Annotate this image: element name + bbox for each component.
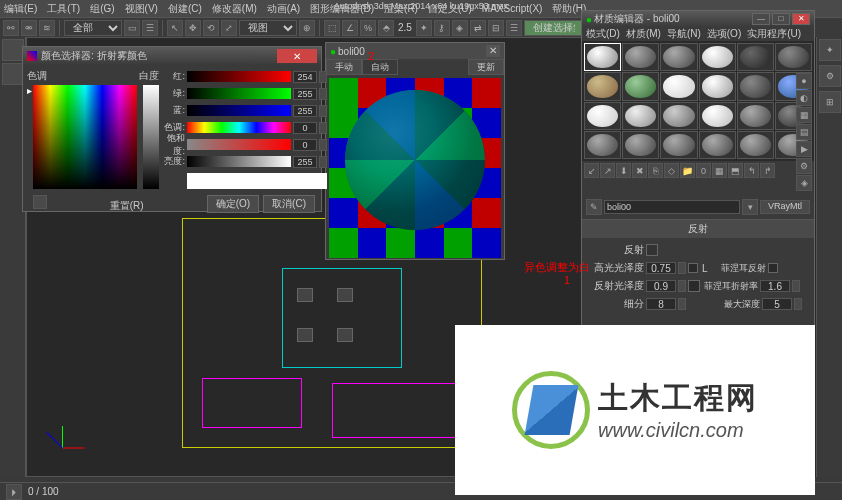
uv-icon[interactable]: ▤ <box>796 124 812 140</box>
sample-slot[interactable] <box>584 43 621 71</box>
sample-slot[interactable] <box>660 102 697 130</box>
sample-slot[interactable] <box>737 102 774 130</box>
percent-snap-icon[interactable]: % <box>360 20 376 36</box>
subdiv-value[interactable]: 8 <box>646 298 676 310</box>
align-icon[interactable]: ⊟ <box>488 20 504 36</box>
sample-slot[interactable] <box>737 131 774 159</box>
sample-slot[interactable] <box>622 43 659 71</box>
me-menu-opts[interactable]: 选项(O) <box>707 27 741 41</box>
spinner[interactable] <box>319 139 327 151</box>
lock-checkbox[interactable] <box>688 263 698 273</box>
snap-icon[interactable]: ⬚ <box>324 20 340 36</box>
spinner[interactable] <box>319 71 327 83</box>
hue-field[interactable] <box>33 85 138 189</box>
menu-group[interactable]: 组(G) <box>90 2 114 16</box>
mat-prev-titlebar[interactable]: ● boli00 ✕ <box>326 43 504 59</box>
eyedropper-icon[interactable] <box>33 195 47 209</box>
mirror-icon[interactable]: ⇄ <box>470 20 486 36</box>
menu-create[interactable]: 创建(C) <box>168 2 202 16</box>
sample-slot[interactable] <box>660 131 697 159</box>
bg-icon[interactable]: ▦ <box>796 107 812 123</box>
spinner[interactable] <box>678 298 686 310</box>
minimize-button[interactable]: — <box>752 13 770 25</box>
make-copy-icon[interactable]: ⎘ <box>648 163 663 178</box>
put-mat-icon[interactable]: ↗ <box>600 163 615 178</box>
sample-type-icon[interactable]: ● <box>796 73 812 89</box>
close-button[interactable]: ✕ <box>277 49 317 63</box>
rollup-header[interactable]: 反射 <box>582 220 814 238</box>
cancel-button[interactable]: 取消(C) <box>263 195 315 213</box>
layer-icon[interactable]: ☰ <box>506 20 522 36</box>
sample-slot[interactable] <box>775 43 812 71</box>
maximize-button[interactable]: □ <box>772 13 790 25</box>
select-by-mat-icon[interactable]: ◈ <box>796 175 812 191</box>
hilight-value[interactable]: 0.75 <box>646 262 676 274</box>
mat-id-icon[interactable]: 0 <box>696 163 711 178</box>
named-sel-icon[interactable]: ◈ <box>452 20 468 36</box>
ref-coord-dropdown[interactable]: 视图 <box>239 20 297 36</box>
reflect-color-swatch[interactable] <box>646 244 658 256</box>
sample-slot[interactable] <box>660 72 697 100</box>
sample-slot[interactable] <box>699 131 736 159</box>
menu-edit[interactable]: 编辑(E) <box>4 2 37 16</box>
link-icon[interactable]: ⚯ <box>3 20 19 36</box>
maxdepth-value[interactable]: 5 <box>762 298 792 310</box>
sample-slot[interactable] <box>584 72 621 100</box>
blue-value[interactable]: 255 <box>293 105 317 117</box>
reset-button[interactable]: 重置(R) <box>110 200 144 211</box>
show-map-icon[interactable]: ▦ <box>712 163 727 178</box>
reset-mat-icon[interactable]: ✖ <box>632 163 647 178</box>
spinner[interactable] <box>319 122 327 134</box>
pivot-icon[interactable]: ⊕ <box>299 20 315 36</box>
sample-slot[interactable] <box>660 43 697 71</box>
material-type-button[interactable]: VRayMtl <box>760 200 810 214</box>
key-icon[interactable]: ⚷ <box>434 20 450 36</box>
angle-snap-icon[interactable]: ∠ <box>342 20 358 36</box>
show-end-icon[interactable]: ⬒ <box>728 163 743 178</box>
tool-btn[interactable] <box>2 39 24 61</box>
get-mat-icon[interactable]: ↙ <box>584 163 599 178</box>
sample-slot[interactable] <box>622 131 659 159</box>
spinner[interactable] <box>319 88 327 100</box>
rotate-icon[interactable]: ⟲ <box>203 20 219 36</box>
sample-slot[interactable] <box>699 102 736 130</box>
video-icon[interactable]: ▶ <box>796 141 812 157</box>
make-unique-icon[interactable]: ◇ <box>664 163 679 178</box>
pick-mat-icon[interactable]: ✎ <box>586 199 602 215</box>
spinner[interactable] <box>319 105 327 117</box>
red-value[interactable]: 254 <box>293 71 317 83</box>
material-name-field[interactable] <box>604 200 740 214</box>
map-slot[interactable] <box>688 280 700 292</box>
tool-btn[interactable] <box>2 63 24 85</box>
backlight-icon[interactable]: ◐ <box>796 90 812 106</box>
red-slider[interactable] <box>187 71 291 82</box>
select-icon[interactable]: ▭ <box>124 20 140 36</box>
bind-icon[interactable]: ≋ <box>39 20 55 36</box>
me-menu-mode[interactable]: 模式(D) <box>586 27 620 41</box>
sample-slot[interactable] <box>584 131 621 159</box>
timeline-icon[interactable]: ⏵ <box>6 484 22 500</box>
assign-mat-icon[interactable]: ⬇ <box>616 163 631 178</box>
go-parent-icon[interactable]: ↰ <box>744 163 759 178</box>
select-name-icon[interactable]: ☰ <box>142 20 158 36</box>
spinner[interactable] <box>319 156 327 168</box>
green-slider[interactable] <box>187 88 291 99</box>
spinner[interactable] <box>678 262 686 274</box>
ok-button[interactable]: 确定(O) <box>207 195 259 213</box>
move-icon[interactable]: ✥ <box>185 20 201 36</box>
menu-view[interactable]: 视图(V) <box>125 2 158 16</box>
green-value[interactable]: 255 <box>293 88 317 100</box>
tab-update[interactable]: 更新 <box>468 59 504 75</box>
sample-slot[interactable] <box>622 102 659 130</box>
go-sibling-icon[interactable]: ↱ <box>760 163 775 178</box>
spinner[interactable] <box>794 298 802 310</box>
sample-slot[interactable] <box>584 102 621 130</box>
create-tab-icon[interactable]: ✦ <box>819 39 841 61</box>
me-menu-material[interactable]: 材质(M) <box>626 27 661 41</box>
tab-manual[interactable]: 手动 <box>326 59 362 75</box>
put-lib-icon[interactable]: 📁 <box>680 163 695 178</box>
modify-tab-icon[interactable]: ⚙ <box>819 65 841 87</box>
sat-value[interactable]: 0 <box>293 139 317 151</box>
selection-filter[interactable]: 全部 <box>64 20 122 36</box>
name-dropdown-icon[interactable]: ▾ <box>742 199 758 215</box>
